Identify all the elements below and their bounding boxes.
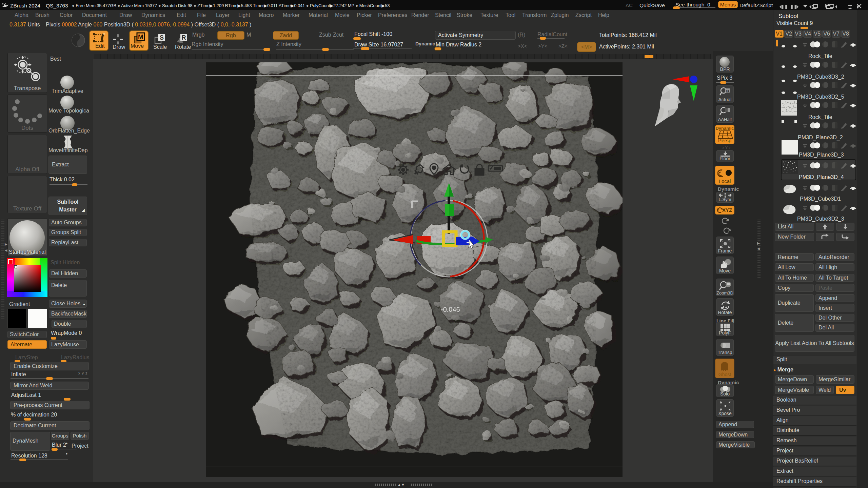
svg-text:M: M: [138, 33, 143, 40]
svg-text:x1: x1: [726, 89, 729, 93]
svg-text:Y: Y: [726, 220, 728, 223]
svg-text:-0.046: -0.046: [441, 306, 460, 313]
svg-text:z: z: [728, 230, 729, 233]
svg-text:S: S: [160, 34, 164, 41]
svg-text:R: R: [182, 34, 186, 41]
